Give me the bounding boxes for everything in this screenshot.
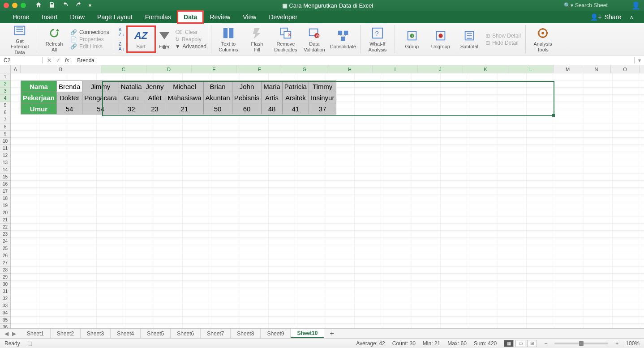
data-validation-button[interactable]: ⊘ DataValidation xyxy=(302,26,327,52)
row-17[interactable]: 17 xyxy=(0,188,10,195)
minimize-window-icon[interactable] xyxy=(12,3,17,8)
zoom-in-button[interactable]: + xyxy=(615,340,618,347)
cell-I3[interactable]: Pebisnis xyxy=(232,92,262,103)
row-16[interactable]: 16 xyxy=(0,181,10,188)
get-external-data-button[interactable]: Get ExternalData xyxy=(7,23,32,55)
formula-input[interactable]: Brenda xyxy=(73,57,634,64)
row-12[interactable]: 12 xyxy=(0,152,10,159)
cell-J3[interactable]: Artis xyxy=(262,92,283,103)
row-27[interactable]: 27 xyxy=(0,259,10,267)
sheet-tab-sheet1[interactable]: Sheet1 xyxy=(21,329,51,338)
search-sheet[interactable]: 🔍▾ Search Sheet xyxy=(564,2,629,8)
group-button[interactable]: + Group xyxy=(399,29,425,50)
sheet-tab-sheet8[interactable]: Sheet8 xyxy=(231,329,261,338)
row-13[interactable]: 13 xyxy=(0,159,10,166)
sheet-tab-sheet3[interactable]: Sheet3 xyxy=(81,329,111,338)
row-24[interactable]: 24 xyxy=(0,238,10,245)
row-22[interactable]: 22 xyxy=(0,224,10,231)
cell-G2[interactable]: Michael xyxy=(166,81,203,92)
row-19[interactable]: 19 xyxy=(0,202,10,209)
refresh-all-button[interactable]: RefreshAll xyxy=(42,26,67,52)
page-break-view-button[interactable]: ⊞ xyxy=(527,340,537,347)
sheet-tab-sheet10[interactable]: Sheet10 xyxy=(291,329,324,338)
cell-F4[interactable]: 23 xyxy=(144,103,166,114)
undo-icon[interactable] xyxy=(62,1,69,10)
row-33[interactable]: 33 xyxy=(0,302,10,309)
row-14[interactable]: 14 xyxy=(0,166,10,174)
col-E[interactable]: E xyxy=(192,65,237,73)
cell-B4[interactable]: Umur xyxy=(21,103,57,114)
collapse-ribbon-icon[interactable]: ʌ xyxy=(626,11,638,23)
connections-button[interactable]: 🔗Connections xyxy=(70,29,109,35)
close-window-icon[interactable] xyxy=(4,3,9,8)
cell-J4[interactable]: 48 xyxy=(262,103,283,114)
col-I[interactable]: I xyxy=(373,65,418,73)
cancel-formula-icon[interactable]: ✕ xyxy=(47,57,52,64)
zoom-slider[interactable] xyxy=(554,343,608,344)
cell-E2[interactable]: Natalia xyxy=(119,81,144,92)
cell-H2[interactable]: Brian xyxy=(203,81,232,92)
search-input[interactable]: Search Sheet xyxy=(575,2,629,8)
cell-G4[interactable]: 21 xyxy=(166,103,203,114)
sort-desc-button[interactable]: ZA ↓ xyxy=(119,42,125,51)
cell-I4[interactable]: 60 xyxy=(232,103,262,114)
row-7[interactable]: 7 xyxy=(0,116,10,123)
cell-F3[interactable]: Atlet xyxy=(144,92,166,103)
row-11[interactable]: 11 xyxy=(0,145,10,152)
tab-developer[interactable]: Developer xyxy=(262,11,304,23)
cell-K3[interactable]: Arsitek xyxy=(282,92,309,103)
tab-review[interactable]: Review xyxy=(203,11,236,23)
cell-L4[interactable]: 37 xyxy=(309,103,336,114)
data-table[interactable]: Nama Brenda Jimmy Natalia Jenny Michael … xyxy=(21,81,336,114)
row-4[interactable]: 4 xyxy=(0,95,10,102)
tab-data[interactable]: Data xyxy=(177,11,203,23)
col-G[interactable]: G xyxy=(282,65,327,73)
select-all-corner[interactable] xyxy=(0,65,11,73)
worksheet-grid[interactable]: A B C D E F G H I J K L M N O 1234567891… xyxy=(0,65,644,328)
advanced-filter-button[interactable]: ▼Advanced xyxy=(175,43,206,50)
expand-formula-bar-icon[interactable]: ▾ xyxy=(634,57,644,64)
analysis-tools-button[interactable]: AnalysisTools xyxy=(530,26,555,52)
row-31[interactable]: 31 xyxy=(0,288,10,295)
cell-L2[interactable]: Timmy xyxy=(309,81,336,92)
col-C[interactable]: C xyxy=(101,65,146,73)
row-34[interactable]: 34 xyxy=(0,309,10,317)
cell-K2[interactable]: Patricia xyxy=(282,81,309,92)
col-B[interactable]: B xyxy=(21,65,101,73)
macro-record-icon[interactable]: ⬚ xyxy=(27,340,32,347)
home-icon[interactable] xyxy=(35,1,42,10)
tab-draw[interactable]: Draw xyxy=(64,11,91,23)
row-28[interactable]: 28 xyxy=(0,267,10,274)
zoom-out-button[interactable]: − xyxy=(544,340,547,347)
add-sheet-button[interactable]: + xyxy=(324,330,339,338)
col-L[interactable]: L xyxy=(508,65,554,73)
cell-E3[interactable]: Guru xyxy=(119,92,144,103)
redo-icon[interactable] xyxy=(75,1,82,10)
col-F[interactable]: F xyxy=(237,65,282,73)
cell-B3[interactable]: Pekerjaan xyxy=(21,92,57,103)
tab-insert[interactable]: Insert xyxy=(35,11,64,23)
row-30[interactable]: 30 xyxy=(0,281,10,288)
subtotal-button[interactable]: Subtotal xyxy=(457,29,482,50)
confirm-formula-icon[interactable]: ✓ xyxy=(56,57,60,64)
share-button[interactable]: 👤+ Share xyxy=(586,11,626,23)
row-1[interactable]: 1 xyxy=(0,73,10,81)
col-H[interactable]: H xyxy=(327,65,373,73)
row-25[interactable]: 25 xyxy=(0,245,10,252)
next-sheet-icon[interactable]: ▶ xyxy=(12,331,16,337)
row-2[interactable]: 2 xyxy=(0,81,10,88)
sheet-tab-sheet2[interactable]: Sheet2 xyxy=(51,329,81,338)
tab-home[interactable]: Home xyxy=(6,11,35,23)
cell-J2[interactable]: Maria xyxy=(262,81,283,92)
cell-D4[interactable]: 54 xyxy=(82,103,119,114)
cell-D3[interactable]: Pengacara xyxy=(82,92,119,103)
tab-page-layout[interactable]: Page Layout xyxy=(91,11,139,23)
user-icon[interactable]: 👤 xyxy=(631,1,640,10)
row-5[interactable]: 5 xyxy=(0,102,10,109)
cell-C3[interactable]: Dokter xyxy=(56,92,82,103)
filter-button[interactable]: Filter xyxy=(157,29,172,50)
cell-C2[interactable]: Brenda xyxy=(56,81,82,92)
col-D[interactable]: D xyxy=(146,65,192,73)
cell-H4[interactable]: 50 xyxy=(203,103,232,114)
tab-view[interactable]: View xyxy=(236,11,262,23)
